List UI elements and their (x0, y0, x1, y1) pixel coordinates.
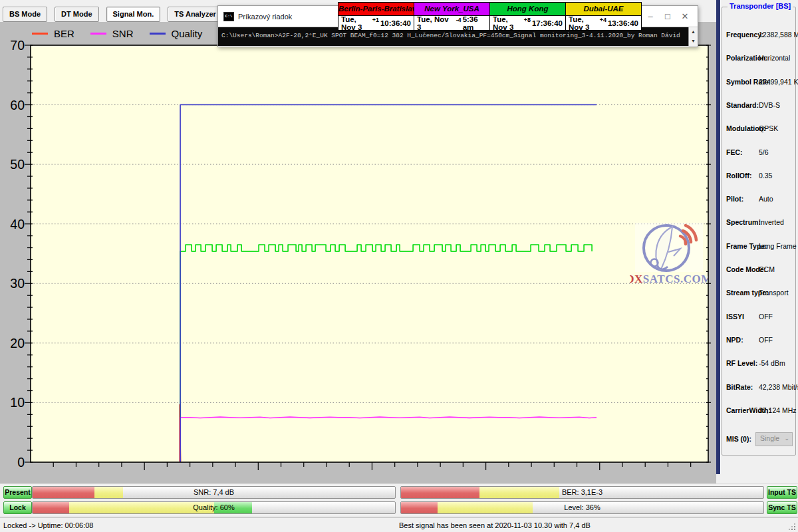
transponder-value: Transport (759, 289, 789, 297)
clock-utc-offset: +4 (600, 17, 606, 23)
input-ts-button[interactable]: Input TS (767, 486, 797, 499)
world-clocks-widget: Berlin-Paris-BratislavaNew York_USAHong … (338, 2, 642, 31)
clock-time-value: 17:36:40 (532, 19, 563, 27)
maximize-icon[interactable]: □ (659, 6, 676, 27)
transponder-value: Auto (759, 195, 773, 203)
transponder-value: QPSK (759, 124, 778, 132)
mis-label: MIS (0): (726, 435, 751, 443)
present-button[interactable]: Present (3, 486, 32, 499)
console-command-line: C:\Users\Roman>A2F-28,2°E_UK SPOT BEAM_f… (221, 32, 680, 39)
y-axis-label: 50 (10, 157, 25, 172)
legend-line-icon (150, 33, 166, 35)
transponder-label: ISSYI (726, 313, 744, 321)
clock-time-value: 13:36:40 (608, 19, 638, 27)
chevron-down-icon: ⌄ (784, 433, 789, 444)
transponder-label: NPD: (726, 336, 743, 344)
y-axis-label: 40 (10, 217, 25, 231)
transponder-label: Pilot: (726, 195, 743, 203)
progress-bar-level: Level: 36% (400, 501, 764, 514)
sync-ts-button[interactable]: Sync TS (767, 501, 797, 514)
progress-bar-ber: BER: 3,1E-3 (400, 486, 764, 499)
status-bar: Locked -> Uptime: 00:06:08 Best signal h… (0, 517, 798, 532)
y-axis-label: 0 (17, 455, 25, 469)
transponder-value: Inverted (759, 218, 784, 226)
clock-utc-offset: +1 (372, 17, 379, 23)
transponder-value: 37,124 MHz (759, 406, 797, 414)
clock-time-row: Tue, Nov 3+413:36:40 (566, 16, 641, 30)
clock-time-value: 10:36:40 (380, 19, 411, 27)
transponder-value: CCM (759, 265, 775, 273)
transponder-value: Long Frame (759, 242, 797, 250)
transponder-label: BitRate: (726, 383, 753, 391)
tab-dt-mode[interactable]: DT Mode (55, 7, 98, 22)
signal-chart: 010203040506070 (0, 22, 716, 483)
divider (0, 483, 798, 484)
clock-time-value: 5:36 am (463, 15, 487, 31)
transponder-value: 42,238 Mbit/s (759, 383, 798, 391)
progress-bar-snr: SNR: 7,4 dB (32, 486, 396, 499)
mis-dropdown[interactable]: Single ⌄ (755, 432, 793, 446)
y-axis-label: 30 (10, 276, 25, 291)
best-signal-status: Best signal has been seen at 2020-11-03 … (399, 521, 591, 529)
transponder-value: 0.35 (759, 172, 772, 180)
clock-time-row: Tue, Nov 3+817:36:40 (490, 16, 565, 30)
y-axis-label: 60 (10, 98, 25, 112)
legend-label: Quality (172, 28, 203, 39)
transponder-value: 12382,588 MHz (759, 31, 798, 39)
clock-city-hong-kong: Hong Kong (490, 3, 565, 15)
transponder-label: Spectrum: (726, 218, 761, 226)
y-axis-label: 20 (10, 336, 25, 350)
legend-label: BER (54, 28, 74, 39)
resize-grip[interactable] (789, 523, 795, 530)
clock-city-berlin-paris-bratislava: Berlin-Paris-Bratislava (338, 3, 414, 15)
bar-value-text: SNR: 7,4 dB (33, 487, 395, 498)
legend-line-icon (90, 33, 106, 35)
transponder-groupbox: Transponder [BS] Frequency:12382,588 MHz… (722, 7, 796, 456)
y-axis-label: 70 (10, 38, 25, 53)
bar-value-text: Quality: 60% (33, 502, 395, 513)
clock-date: Tue, Nov 3 (341, 15, 366, 31)
console-window-title: Príkazový riadok (238, 13, 292, 21)
clock-date: Tue, Nov 3 (569, 15, 593, 31)
lock-uptime-status: Locked -> Uptime: 00:06:08 (3, 521, 93, 529)
scroll-up-icon[interactable]: ▲ (689, 27, 698, 37)
bar-value-text: BER: 3,1E-3 (401, 487, 763, 498)
console-icon: C:\ (223, 12, 234, 21)
transponder-value: Horizontal (759, 54, 790, 62)
plot-background (31, 45, 708, 462)
transponder-value: OFF (759, 336, 773, 344)
clock-time-row: Tue, Nov 3+110:36:40 (338, 16, 414, 30)
transponder-title: Transponder [BS] (728, 2, 793, 10)
close-icon[interactable]: ✕ (676, 6, 694, 27)
tab-bs-mode[interactable]: BS Mode (3, 7, 47, 22)
transponder-value: OFF (759, 313, 773, 321)
legend-item-snr: SNR (90, 28, 134, 39)
lock-button[interactable]: Lock (3, 501, 32, 514)
legend-line-icon (32, 33, 48, 35)
scroll-down-icon[interactable]: ▼ (689, 37, 698, 46)
legend-item-ber: BER (32, 28, 74, 39)
transponder-label: RF Level: (726, 359, 757, 367)
clock-date: Tue, Nov 3 (493, 15, 517, 31)
clock-utc-offset: -4 (456, 17, 462, 23)
clock-utc-offset: +8 (524, 17, 531, 23)
minimize-icon[interactable]: – (642, 6, 659, 27)
clock-city-dubai-uae: Dubai-UAE (566, 3, 641, 15)
transponder-value: 5/6 (759, 148, 769, 156)
y-axis-label: 10 (10, 395, 25, 410)
tab-signal-mon-[interactable]: Signal Mon. (106, 7, 161, 22)
mode-tabs: BS ModeDT ModeSignal Mon.TS Analyzer (OK… (3, 7, 248, 22)
clock-time-row: Tue, Nov 3-45:36 am (414, 16, 489, 30)
bar-value-text: Level: 36% (401, 502, 763, 513)
transponder-value: 27499,941 KS/s (759, 78, 798, 86)
progress-bar-quality: Quality: 60% (32, 501, 396, 514)
transponder-value: DVB-S (759, 101, 780, 109)
clock-date: Tue, Nov 3 (417, 15, 450, 31)
signal-chart-area: 010203040506070 BERSNRQualityLevel (0, 22, 716, 483)
console-scrollbar[interactable]: ▲ ▼ (688, 27, 698, 46)
transponder-value: -54 dBm (759, 359, 785, 367)
transponder-label: Standard: (726, 101, 759, 109)
transponder-sidebar: Transponder [BS] Frequency:12382,588 MHz… (721, 0, 798, 483)
clock-city-new-york-usa: New York_USA (414, 3, 489, 15)
legend-item-quality: Quality (150, 28, 203, 39)
